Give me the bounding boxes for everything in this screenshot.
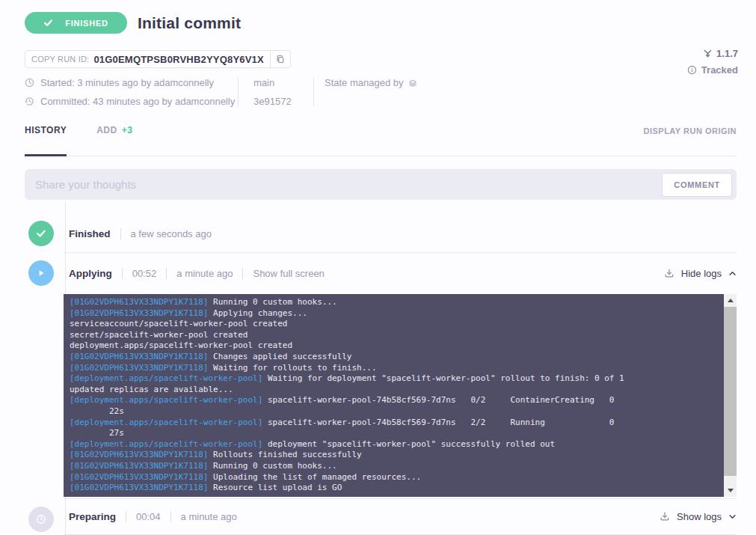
- play-icon: [36, 268, 46, 278]
- committed-label: Committed: 43 minutes ago by adamconnell…: [40, 96, 235, 107]
- meta-branch: main 3e91572: [239, 77, 313, 107]
- log-line: [01G02VDPH613VX33NDPY1K7118] Applying ch…: [70, 308, 724, 320]
- version-label: 1.1.7: [716, 48, 738, 59]
- page-title: Initial commit: [138, 14, 241, 32]
- log-line: [01G02VDPH613VX33NDPY1K7118] Uploading t…: [70, 472, 724, 483]
- log-line: [deployment.apps/spacelift-worker-pool] …: [70, 418, 724, 439]
- log-line-prefix: [01G02VDPH613VX33NDPY1K7118]: [70, 472, 213, 482]
- comment-input[interactable]: [35, 178, 654, 191]
- header: FINISHED Initial commit: [25, 12, 737, 34]
- header-right: 1.1.7 Tracked: [687, 48, 738, 76]
- timeline-entry-preparing: Preparing 00:04 a minute ago Show logs: [25, 498, 737, 535]
- scrollbar-up-arrow[interactable]: [724, 294, 737, 307]
- run-id-value: 01G0EMQTPSB0RVHB2YYQ8Y6V1X: [93, 54, 264, 65]
- display-run-origin-button[interactable]: DISPLAY RUN ORIGIN: [643, 125, 737, 135]
- applying-duration: 00:52: [132, 268, 157, 279]
- finished-time-ago: a few seconds ago: [131, 228, 212, 239]
- applying-status-icon[interactable]: [28, 260, 54, 286]
- log-line-prefix: [01G02VDPH613VX33NDPY1K7118]: [70, 308, 213, 318]
- history-clock-icon: [25, 97, 34, 106]
- log-line-text: secret/spacelift-worker-pool created: [70, 330, 248, 340]
- scrollbar-thumb[interactable]: [724, 307, 737, 476]
- preparing-label: Preparing: [69, 511, 116, 522]
- log-line-prefix: [01G02VDPH613VX33NDPY1K7118]: [70, 483, 213, 492]
- log-line-text: Applying changes...: [213, 308, 307, 318]
- tracked-label: Tracked: [701, 64, 738, 76]
- log-line-prefix: [01G02VDPH613VX33NDPY1K7118]: [70, 297, 213, 307]
- log-line-text: Running 0 custom hooks...: [213, 297, 337, 307]
- log-line-text: Running 0 custom hooks...: [213, 461, 337, 471]
- finished-status-icon: [28, 221, 54, 246]
- log-line-text: serviceaccount/spacelift-worker-pool cre…: [70, 319, 287, 328]
- log-line-text: Uploading the list of managed resources.…: [213, 472, 421, 482]
- chevron-down-icon: [728, 513, 737, 521]
- hide-logs-label: Hide logs: [681, 268, 722, 279]
- run-id-row: COPY RUN ID: 01G0EMQTPSB0RVHB2YYQ8Y6V1X: [25, 50, 737, 68]
- log-scrollbar[interactable]: [724, 294, 737, 497]
- log-line-text: Rollouts finished successfully: [213, 450, 362, 459]
- meta-state: State managed by: [314, 77, 417, 107]
- log-line-text: deployment.apps/spacelift-worker-pool cr…: [70, 340, 292, 350]
- log-line-prefix: [deployment.apps/spacelift-worker-pool]: [70, 439, 268, 449]
- show-full-screen-link[interactable]: Show full screen: [253, 268, 324, 279]
- branch-name: main: [253, 77, 298, 88]
- finished-label: Finished: [69, 228, 111, 239]
- log-line-text: Changes applied successfully: [213, 352, 351, 361]
- log-viewer: [01G02VDPH613VX33NDPY1K7118] Running 0 c…: [64, 294, 737, 497]
- log-line: deployment.apps/spacelift-worker-pool cr…: [70, 340, 724, 352]
- log-line-prefix: [01G02VDPH613VX33NDPY1K7118]: [70, 450, 213, 459]
- copy-run-id-button[interactable]: [270, 51, 290, 67]
- info-icon: [687, 65, 697, 75]
- log-line: [deployment.apps/spacelift-worker-pool] …: [70, 439, 724, 450]
- log-line-text: deployment "spacelift-worker-pool" succe…: [268, 439, 555, 449]
- scrollbar-track[interactable]: [724, 307, 737, 484]
- clock-icon: [25, 78, 34, 88]
- log-line: [01G02VDPH613VX33NDPY1K7118] Changes app…: [70, 352, 724, 363]
- tab-add[interactable]: ADD +3: [96, 125, 132, 156]
- version-info: 1.1.7: [703, 48, 738, 59]
- run-page: FINISHED Initial commit 1.1.7 Tracked CO…: [0, 0, 756, 535]
- committed-meta: Committed: 43 minutes ago by adamconnell…: [25, 96, 238, 107]
- tab-add-count: +3: [122, 125, 133, 156]
- meta-times: Started: 3 minutes ago by adamconnelly C…: [25, 77, 238, 107]
- chevron-up-icon: [728, 269, 737, 278]
- log-line: [deployment.apps/spacelift-worker-pool] …: [70, 395, 724, 417]
- hide-logs-button[interactable]: Hide logs: [664, 268, 737, 279]
- log-line-text: Resource list upload is GO: [213, 483, 342, 492]
- preparing-duration: 00:04: [136, 511, 161, 522]
- scrollbar-down-arrow[interactable]: [724, 484, 737, 497]
- log-line: [01G02VDPH613VX33NDPY1K7118] Running 0 c…: [70, 297, 724, 308]
- log-line: [01G02VDPH613VX33NDPY1K7118] Running 0 c…: [70, 461, 724, 472]
- applying-time-ago: a minute ago: [176, 268, 233, 279]
- tabs: HISTORY ADD +3 DISPLAY RUN ORIGIN: [25, 125, 737, 156]
- preparing-time-ago: a minute ago: [181, 511, 237, 522]
- log-line-text: Waiting for rollouts to finish...: [213, 363, 377, 373]
- run-id-box: COPY RUN ID: 01G0EMQTPSB0RVHB2YYQ8Y6V1X: [25, 50, 291, 68]
- log-line-prefix: [deployment.apps/spacelift-worker-pool]: [70, 395, 268, 405]
- state-managed-by-label: State managed by: [325, 77, 404, 88]
- download-logs-icon: [664, 268, 674, 278]
- copy-icon: [276, 55, 285, 64]
- tab-history[interactable]: HISTORY: [25, 125, 67, 156]
- run-timeline: Finished a few seconds ago Applying 00:5…: [25, 200, 737, 535]
- log-lines[interactable]: [01G02VDPH613VX33NDPY1K7118] Running 0 c…: [64, 294, 724, 497]
- clock-icon: [36, 514, 46, 525]
- log-line-prefix: [deployment.apps/spacelift-worker-pool]: [70, 418, 268, 427]
- comment-button[interactable]: COMMENT: [662, 173, 732, 197]
- status-badge: FINISHED: [25, 12, 127, 34]
- log-line: serviceaccount/spacelift-worker-pool cre…: [70, 319, 724, 330]
- version-branch-icon: [703, 49, 713, 58]
- log-line: secret/spacelift-worker-pool created: [70, 330, 724, 341]
- log-line: [01G02VDPH613VX33NDPY1K7118] Waiting for…: [70, 363, 724, 374]
- check-icon: [36, 228, 46, 239]
- show-logs-button[interactable]: Show logs: [660, 511, 737, 522]
- preparing-status-icon: [28, 507, 54, 532]
- started-meta: Started: 3 minutes ago by adamconnelly: [25, 77, 238, 88]
- tracked-info: Tracked: [687, 64, 738, 76]
- log-line-prefix: [01G02VDPH613VX33NDPY1K7118]: [70, 461, 213, 471]
- log-line: [deployment.apps/spacelift-worker-pool] …: [70, 373, 724, 395]
- timeline-entry-applying: Applying 00:52 a minute ago Show full sc…: [25, 252, 737, 498]
- spacelift-state-icon: [408, 79, 417, 88]
- tab-add-label: ADD: [96, 125, 117, 156]
- comment-box: COMMENT: [25, 169, 737, 200]
